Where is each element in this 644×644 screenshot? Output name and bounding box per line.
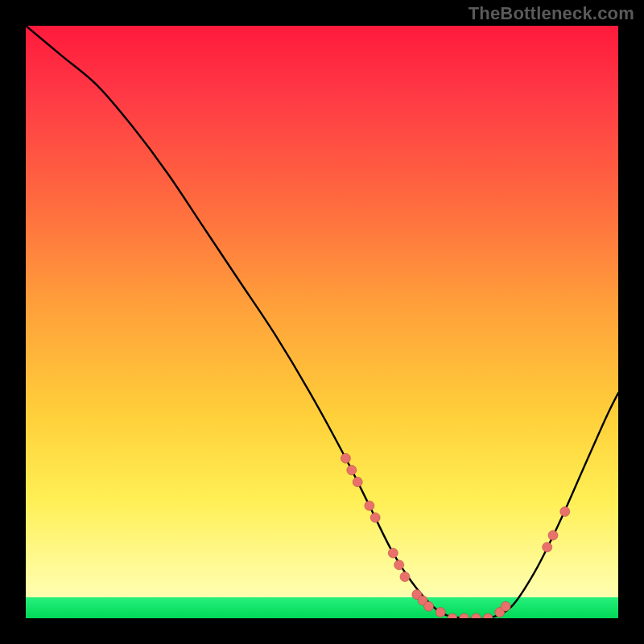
data-marker — [347, 465, 357, 475]
data-marker — [483, 613, 493, 618]
curve-group — [26, 26, 618, 618]
data-marker — [501, 601, 510, 611]
bottleneck-curve-path — [26, 26, 618, 618]
data-marker — [365, 501, 374, 510]
data-marker — [424, 601, 434, 611]
data-marker — [543, 543, 552, 552]
data-marker — [436, 608, 445, 617]
data-marker — [388, 548, 398, 558]
data-marker — [400, 572, 410, 582]
watermark-label: TheBottleneck.com — [469, 3, 634, 24]
data-marker — [448, 613, 457, 618]
data-marker — [471, 613, 481, 618]
data-marker — [341, 453, 350, 463]
data-marker — [353, 477, 362, 487]
curve-markers — [341, 453, 569, 618]
data-marker — [370, 513, 380, 522]
data-marker — [460, 613, 469, 618]
data-marker — [548, 530, 558, 540]
data-marker — [394, 560, 404, 570]
data-marker — [560, 507, 570, 517]
chart-frame: TheBottleneck.com — [0, 0, 644, 644]
bottleneck-curve-svg — [26, 26, 618, 618]
plot-area — [26, 26, 618, 618]
